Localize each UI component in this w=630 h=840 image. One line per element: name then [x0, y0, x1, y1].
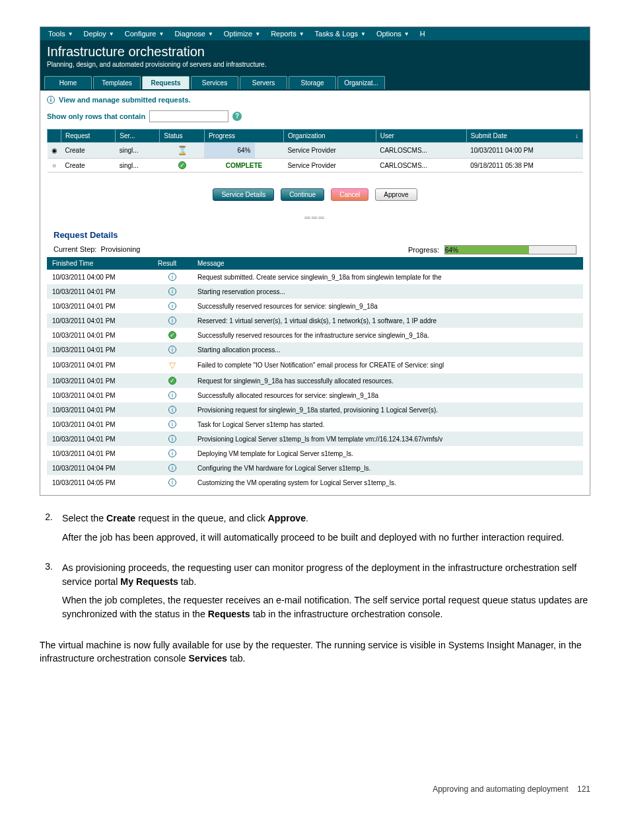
approve-button[interactable]: Approve [375, 188, 417, 201]
menu-optimize[interactable]: Optimize▼ [220, 28, 264, 39]
col-progress[interactable]: Progress [204, 130, 283, 143]
success-icon: ✓ [178, 161, 186, 169]
cell-message: Successfully reserved resources for the … [192, 328, 583, 342]
progress-complete: COMPLETE [208, 162, 279, 169]
cell-request: Create [61, 143, 116, 159]
progress-label: Progress: [408, 246, 439, 254]
page-title: Infrastructure orchestration [47, 44, 583, 59]
info-icon: i [168, 406, 176, 414]
cell-result: ✓ [153, 373, 192, 388]
col-request[interactable]: Request [61, 130, 116, 143]
menu-help-truncated[interactable]: H [416, 28, 429, 39]
cell-result: ✓ [153, 328, 192, 342]
chevron-down-icon: ▼ [255, 31, 260, 37]
log-row: 10/03/2011 04:01 PMiTask for Logical Ser… [47, 417, 583, 432]
col-finished-time[interactable]: Finished Time [47, 257, 153, 270]
service-details-button[interactable]: Service Details [213, 188, 274, 201]
tab-services[interactable]: Services [191, 76, 238, 89]
cell-result: i [153, 475, 192, 490]
cell-message: Successfully allocated resources for ser… [192, 388, 583, 402]
info-icon: i [168, 317, 176, 325]
cell-finished-time: 10/03/2011 04:01 PM [47, 373, 153, 388]
cell-service: singl... [116, 143, 160, 159]
col-organization[interactable]: Organization [283, 130, 376, 143]
step3-followup: When the job completes, the requester re… [62, 593, 590, 621]
cell-message: Starting reservation process... [192, 284, 583, 299]
continue-button[interactable]: Continue [281, 188, 324, 201]
cell-finished-time: 10/03/2011 04:01 PM [47, 357, 153, 373]
col-user[interactable]: User [376, 130, 466, 143]
help-icon[interactable]: ? [232, 112, 242, 121]
hourglass-icon: ⌛ [177, 145, 188, 155]
chevron-down-icon: ▼ [361, 31, 366, 37]
progress-bar: 64% [444, 245, 577, 254]
tabbar: Home Templates Requests Services Servers… [40, 75, 590, 91]
log-row: 10/03/2011 04:00 PMiRequest submitted. C… [47, 270, 583, 284]
current-step-label: Current Step: [53, 245, 96, 253]
table-row[interactable]: ○Createsingl...✓COMPLETEService Provider… [48, 159, 583, 172]
col-submit-date[interactable]: Submit Date ↓ [466, 130, 582, 143]
col-result[interactable]: Result [153, 257, 192, 270]
info-icon: i [168, 287, 176, 295]
cell-message: Failed to complete "IO User Notification… [192, 357, 583, 373]
menu-reports[interactable]: Reports▼ [267, 28, 308, 39]
warning-icon: ▽ [169, 360, 176, 370]
cell-finished-time: 10/03/2011 04:01 PM [47, 328, 153, 342]
tab-requests[interactable]: Requests [142, 76, 190, 89]
cell-progress: 64% [204, 143, 283, 159]
step2-followup: After the job has been approved, it will… [62, 531, 590, 545]
row-radio[interactable]: ◉ [48, 143, 61, 159]
col-service[interactable]: Ser... [116, 130, 160, 143]
action-buttons: Service Details Continue Cancel Approve [47, 188, 583, 201]
log-row: 10/03/2011 04:01 PMiSuccessfully allocat… [47, 388, 583, 402]
info-icon: i [168, 346, 176, 354]
progress-value: 64% [445, 247, 458, 254]
row-radio[interactable]: ○ [48, 159, 61, 172]
col-status[interactable]: Status [160, 130, 205, 143]
menubar: Tools▼ Deploy▼ Configure▼ Diagnose▼ Opti… [40, 27, 590, 40]
success-icon: ✓ [168, 377, 176, 385]
log-row: 10/03/2011 04:01 PMiSuccessfully reserve… [47, 299, 583, 313]
cell-result: i [153, 417, 192, 432]
cell-finished-time: 10/03/2011 04:05 PM [47, 475, 153, 490]
cell-finished-time: 10/03/2011 04:04 PM [47, 461, 153, 475]
log-row: 10/03/2011 04:01 PMiProvisioning request… [47, 402, 583, 417]
log-row: 10/03/2011 04:01 PMiStarting allocation … [47, 342, 583, 357]
cell-service: singl... [116, 159, 160, 172]
cell-user: CARLOSCMS... [376, 159, 466, 172]
cell-finished-time: 10/03/2011 04:00 PM [47, 270, 153, 284]
log-row: 10/03/2011 04:01 PM▽Failed to complete "… [47, 357, 583, 373]
col-message[interactable]: Message [192, 257, 583, 270]
log-row: 10/03/2011 04:01 PMiProvisioning Logical… [47, 432, 583, 446]
tab-home[interactable]: Home [44, 76, 92, 89]
cell-result: i [153, 284, 192, 299]
filter-input[interactable] [149, 110, 228, 122]
tab-storage[interactable]: Storage [289, 76, 336, 89]
menu-tasks-logs[interactable]: Tasks & Logs▼ [311, 28, 370, 39]
info-icon: i [168, 449, 176, 457]
tab-organization[interactable]: Organizat... [337, 76, 385, 89]
info-icon: i [168, 273, 176, 281]
menu-diagnose[interactable]: Diagnose▼ [170, 28, 217, 39]
cell-message: Reserved: 1 virtual server(s), 1 virtual… [192, 313, 583, 328]
cell-message: Deploying VM template for Logical Server… [192, 446, 583, 461]
log-row: 10/03/2011 04:01 PM✓Successfully reserve… [47, 328, 583, 342]
tab-templates[interactable]: Templates [93, 76, 141, 89]
cell-result: i [153, 270, 192, 284]
cell-finished-time: 10/03/2011 04:01 PM [47, 417, 153, 432]
page-header: Infrastructure orchestration Planning, d… [40, 40, 590, 75]
cell-organization: Service Provider [283, 143, 376, 159]
cell-progress: COMPLETE [204, 159, 283, 172]
table-row[interactable]: ◉Createsingl...⌛64%Service ProviderCARLO… [48, 143, 583, 159]
cell-result: i [153, 432, 192, 446]
success-icon: ✓ [168, 331, 176, 339]
splitter-handle[interactable]: ═══ [47, 210, 583, 225]
menu-tools[interactable]: Tools▼ [44, 28, 77, 39]
info-icon: i [168, 420, 176, 428]
tab-servers[interactable]: Servers [240, 76, 287, 89]
menu-deploy[interactable]: Deploy▼ [80, 28, 118, 39]
cancel-button[interactable]: Cancel [331, 188, 368, 201]
menu-configure[interactable]: Configure▼ [121, 28, 168, 39]
menu-options[interactable]: Options▼ [372, 28, 413, 39]
cell-message: Customizing the VM operating system for … [192, 475, 583, 490]
